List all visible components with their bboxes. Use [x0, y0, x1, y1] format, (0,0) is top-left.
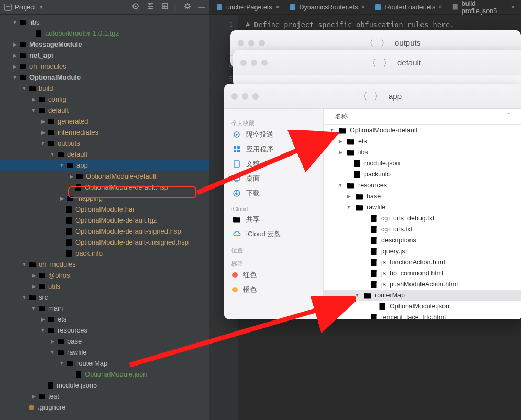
- list-item[interactable]: ▼routerMap: [324, 290, 521, 301]
- traffic-lights[interactable]: [231, 93, 259, 100]
- editor-tab[interactable]: RouterLoader.ets✕: [370, 0, 447, 14]
- list-item[interactable]: descriptions: [324, 235, 521, 246]
- tree-folder-outputs[interactable]: ▼outputs: [0, 138, 209, 149]
- editor-tab[interactable]: uncherPage.ets✕: [212, 0, 284, 14]
- tree-file-packinfo[interactable]: pack.info: [0, 248, 209, 259]
- nav-forward-icon[interactable]: 〉: [383, 57, 392, 69]
- finder-window-app[interactable]: 〈〉 app 个人收藏 隔空投送 应用程序 文稿 桌面 下载 iCloud 共享…: [224, 84, 521, 319]
- list-item[interactable]: tencent_face_trtc.html: [324, 312, 521, 319]
- list-item[interactable]: pack.info: [324, 169, 521, 180]
- list-item[interactable]: ▼rawfile: [324, 202, 521, 213]
- tree-file-tgz[interactable]: OptionalModule-default.tgz: [0, 215, 209, 226]
- tree-folder-default[interactable]: ▼default: [0, 105, 209, 116]
- list-item[interactable]: ▶libs: [324, 147, 521, 158]
- sidebar-tag-orange[interactable]: 橙色: [231, 282, 316, 297]
- nav-back-icon[interactable]: 〈: [367, 57, 376, 69]
- close-dot-icon[interactable]: [240, 60, 247, 66]
- nav-forward-icon[interactable]: 〉: [374, 90, 383, 103]
- traffic-lights[interactable]: [238, 40, 265, 46]
- tree-folder-src[interactable]: ▼src: [0, 292, 209, 303]
- list-item[interactable]: ▶base: [324, 191, 521, 202]
- tree-file-autobuild[interactable]: autobuildrouter-1.0.1.tgz: [0, 28, 209, 39]
- list-item[interactable]: js_pushModuleAction.html: [324, 279, 521, 290]
- finder-list[interactable]: 名称⌃ ▼OptionalModule-default ▶ets ▶libs m…: [324, 109, 521, 319]
- min-dot-icon[interactable]: [242, 93, 248, 100]
- settings-icon[interactable]: [183, 2, 192, 12]
- list-item[interactable]: js_hb_commond.html: [324, 268, 521, 279]
- sidebar-item-docs[interactable]: 文稿: [231, 157, 316, 171]
- tree-file-module-json5[interactable]: module.json5: [0, 380, 209, 391]
- close-dot-icon[interactable]: [231, 93, 238, 100]
- sidebar-item-icloud[interactable]: iCloud 云盘: [231, 227, 316, 241]
- tree-folder-utils[interactable]: ▶utils: [0, 281, 209, 292]
- tree-folder-config[interactable]: ▶config: [0, 94, 209, 105]
- sidebar-item-downloads[interactable]: 下载: [231, 186, 316, 201]
- tree-file-optdefault-hsp[interactable]: OptionalModule-default.hsp: [0, 182, 209, 193]
- tree-folder-main[interactable]: ▼main: [0, 303, 209, 314]
- list-item[interactable]: js_functionAction.html: [324, 257, 521, 268]
- list-item[interactable]: cgi_urls.txt: [324, 224, 521, 235]
- locate-icon[interactable]: [131, 2, 140, 12]
- tree-file-gitignore[interactable]: .gitignore: [0, 402, 209, 413]
- project-label[interactable]: Project: [15, 3, 36, 11]
- hide-icon[interactable]: —: [198, 3, 205, 11]
- sidebar-item-airdrop[interactable]: 隔空投送: [231, 127, 316, 142]
- sidebar-item-desktop[interactable]: 桌面: [231, 171, 316, 186]
- tree-folder-base[interactable]: ▶base: [0, 336, 209, 347]
- tree-folder-intermediates[interactable]: ▶intermediates: [0, 127, 209, 138]
- tree-module-netapi[interactable]: ▶net_api: [0, 50, 209, 61]
- tree-folder-test[interactable]: ▶test: [0, 391, 209, 402]
- editor-tab[interactable]: DynamicsRouter.ets✕: [285, 0, 370, 14]
- max-dot-icon[interactable]: [259, 40, 265, 46]
- tree-module-message[interactable]: ▶MessageModule: [0, 39, 209, 50]
- tree-file-unsigned-hsp[interactable]: OptionalModule-default-unsigned.hsp: [0, 237, 209, 248]
- close-icon[interactable]: ✕: [438, 4, 442, 10]
- min-dot-icon[interactable]: [251, 60, 257, 66]
- max-dot-icon[interactable]: [261, 60, 268, 66]
- traffic-lights[interactable]: [240, 60, 268, 66]
- min-dot-icon[interactable]: [248, 40, 254, 46]
- list-item[interactable]: ▶ets: [324, 136, 521, 147]
- list-item[interactable]: jquery.js: [324, 246, 521, 257]
- col-header-name[interactable]: 名称: [335, 112, 507, 121]
- nav-back-icon[interactable]: 〈: [358, 90, 368, 103]
- tree-folder-generated[interactable]: ▶generated: [0, 116, 209, 127]
- max-dot-icon[interactable]: [252, 93, 259, 100]
- list-item[interactable]: module.json: [324, 158, 521, 169]
- tree-folder-libs[interactable]: ▼libs: [0, 17, 209, 28]
- finder-window-default[interactable]: 〈〉 default: [233, 50, 521, 87]
- tree-folder-ets[interactable]: ▶ets: [0, 314, 209, 325]
- close-icon[interactable]: ✕: [275, 4, 280, 10]
- collapse-all-icon[interactable]: [161, 2, 169, 12]
- editor-tab[interactable]: build-profile.json5✕: [448, 0, 519, 14]
- list-item[interactable]: ▼OptionalModule-default: [324, 125, 521, 136]
- tree-folder-optdefault[interactable]: ▶OptionalModule-default: [0, 171, 209, 182]
- tree-file-har[interactable]: OptionalModule.har: [0, 204, 209, 215]
- tree-file-signed-hsp[interactable]: OptionalModule-default-signed.hsp: [0, 226, 209, 237]
- list-item[interactable]: OptionalModule.json: [324, 301, 521, 312]
- tree-file-optmodule-json[interactable]: OptionalModule.json: [0, 369, 209, 380]
- tree-folder-rawfile[interactable]: ▼rawfile: [0, 347, 209, 358]
- close-icon[interactable]: ✕: [511, 4, 515, 10]
- sidebar-item-shared[interactable]: 共享: [231, 212, 316, 227]
- expand-all-icon[interactable]: [146, 2, 154, 12]
- tree-folder-resources[interactable]: ▼resources: [0, 325, 209, 336]
- sort-icon[interactable]: ⌃: [507, 112, 511, 121]
- list-item[interactable]: cgi_urls_debug.txt: [324, 213, 521, 224]
- project-tree[interactable]: ▼libs autobuildrouter-1.0.1.tgz ▶Message…: [0, 15, 209, 420]
- tree-folder-ohmodules-top[interactable]: ▶oh_modules: [0, 61, 209, 72]
- tree-folder-ohmodules[interactable]: ▼oh_modules: [0, 259, 209, 270]
- finder-titlebar[interactable]: 〈〉 default: [233, 50, 521, 75]
- tree-folder-app[interactable]: ▼app: [0, 160, 209, 171]
- finder-titlebar[interactable]: 〈〉 app: [224, 84, 521, 109]
- nav-back-icon[interactable]: 〈: [364, 37, 374, 49]
- tree-folder-default2[interactable]: ▼default: [0, 149, 209, 160]
- list-item[interactable]: ▼resources: [324, 180, 521, 191]
- sidebar-tag-red[interactable]: 红色: [231, 268, 316, 282]
- sidebar-item-apps[interactable]: 应用程序: [231, 142, 316, 157]
- list-header[interactable]: 名称⌃: [324, 109, 521, 125]
- nav-forward-icon[interactable]: 〉: [380, 37, 390, 49]
- dropdown-icon[interactable]: ▼: [39, 5, 43, 10]
- tree-folder-ohos[interactable]: ▶@ohos: [0, 270, 209, 281]
- tree-folder-routermap[interactable]: ▼routerMap: [0, 358, 209, 369]
